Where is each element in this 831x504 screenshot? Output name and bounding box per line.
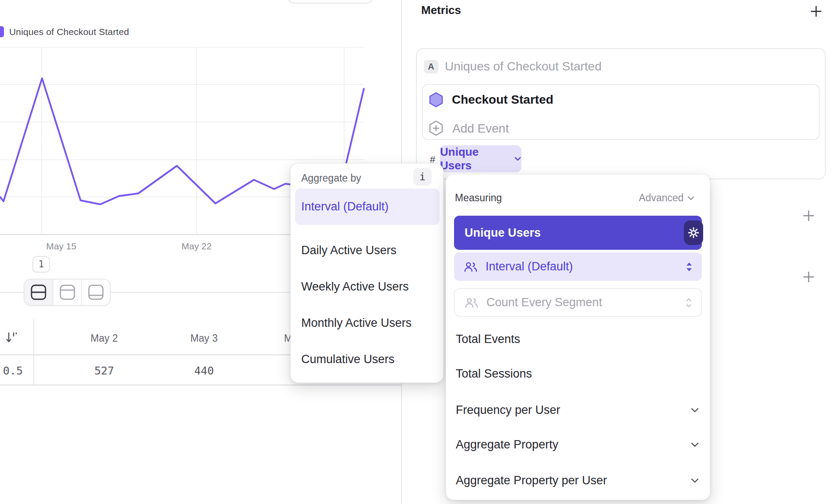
add-metric-icon[interactable] <box>809 4 823 18</box>
event-hexagon-icon <box>429 92 444 108</box>
table-row-border <box>0 385 401 385</box>
chart-legend[interactable]: Uniques of Checkout Started <box>0 26 129 37</box>
chevron-down-icon <box>690 407 699 413</box>
layout-toggle-footer-bottom[interactable] <box>82 280 110 305</box>
users-icon <box>465 297 479 308</box>
table-cell-clipped: 0.5 <box>0 364 23 377</box>
legend-label: Uniques of Checkout Started <box>9 27 129 37</box>
chevron-down-icon <box>690 442 699 448</box>
legend-color-swatch <box>0 26 4 37</box>
event-card: Checkout Started Add Event <box>422 84 820 140</box>
menu-item-monthly-active-users[interactable]: Monthly Active Users <box>295 309 440 337</box>
add-breakdown-icon[interactable] <box>803 271 815 283</box>
x-tick-may-15: May 15 <box>35 241 88 252</box>
count-every-segment-row[interactable]: Count Every Segment <box>454 288 702 317</box>
aggregate-by-menu: Aggregate by i Interval (Default) Daily … <box>290 163 444 383</box>
layout-toggle-split-middle[interactable] <box>25 280 53 305</box>
aggregate-by-title: Aggregate by <box>301 172 361 184</box>
add-filter-icon[interactable] <box>803 210 815 222</box>
unfold-carets-icon <box>685 297 692 308</box>
interval-default-row[interactable]: Interval (Default) <box>454 252 702 281</box>
chevron-down-icon <box>514 156 521 161</box>
gear-button[interactable] <box>684 220 703 245</box>
add-event-button[interactable]: Add Event <box>452 122 509 136</box>
menu-item-daily-active-users[interactable]: Daily Active Users <box>295 236 440 264</box>
split-rows-icon <box>30 284 47 301</box>
menu-item-cumulative-users[interactable]: Cumulative Users <box>295 345 440 373</box>
metric-card: A Uniques of Checkout Started Checkout S… <box>416 48 826 179</box>
footer-bottom-icon <box>88 284 104 301</box>
table-cell-may3: 440 <box>169 364 239 377</box>
unfold-carets-icon <box>685 261 693 273</box>
unique-users-selected-button[interactable]: Unique Users <box>454 216 702 250</box>
table-column-divider <box>33 319 34 385</box>
metrics-heading: Metrics <box>421 4 461 17</box>
menu-item-total-events[interactable]: Total Events <box>446 326 711 352</box>
table-cell-may2: 527 <box>69 364 139 377</box>
x-tick-may-22: May 22 <box>170 241 223 252</box>
menu-item-frequency-per-user[interactable]: Frequency per User <box>446 397 711 423</box>
page-number-badge[interactable]: 1 <box>32 256 50 273</box>
event-name[interactable]: Checkout Started <box>452 93 553 107</box>
header-top-icon <box>59 284 76 301</box>
add-event-hexagon-icon <box>429 120 444 136</box>
chevron-down-icon <box>687 196 695 201</box>
measuring-menu: Measuring Advanced Unique Users <box>446 174 710 500</box>
menu-item-total-sessions[interactable]: Total Sessions <box>446 360 711 387</box>
menu-item-weekly-active-users[interactable]: Weekly Active Users <box>295 273 440 301</box>
table-header-may3[interactable]: May 3 <box>169 332 239 344</box>
layout-toggle-header-top[interactable] <box>53 280 82 305</box>
info-icon[interactable]: i <box>413 168 432 186</box>
metric-badge-a: A <box>424 60 438 74</box>
gear-icon <box>687 226 700 239</box>
users-icon <box>464 261 478 273</box>
sort-icon[interactable] <box>5 330 18 344</box>
menu-item-aggregate-property[interactable]: Aggregate Property <box>446 431 711 458</box>
table-header-may2[interactable]: May 2 <box>69 332 139 344</box>
layout-toggle-group <box>24 279 111 306</box>
metric-name-field[interactable]: Uniques of Checkout Started <box>445 60 602 74</box>
advanced-toggle[interactable]: Advanced <box>639 192 695 204</box>
toolbar-pill-button[interactable] <box>288 0 373 4</box>
measurement-chip[interactable]: Unique Users <box>440 145 521 172</box>
chevron-down-icon <box>690 478 699 483</box>
menu-item-aggregate-property-per-user[interactable]: Aggregate Property per User <box>446 467 711 494</box>
menu-item-interval-default[interactable]: Interval (Default) <box>295 189 440 225</box>
measuring-title: Measuring <box>455 192 502 204</box>
